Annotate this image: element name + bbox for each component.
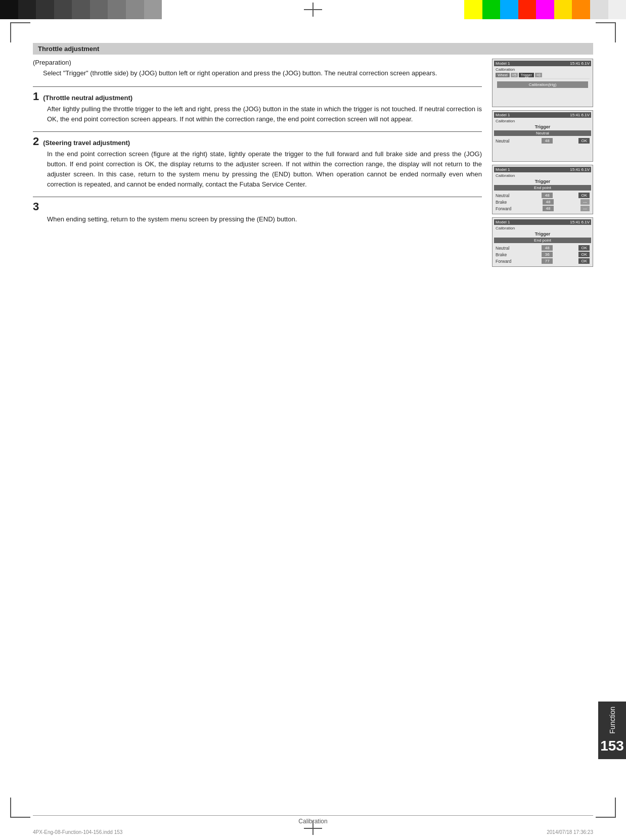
step-1-number: 1 (33, 91, 39, 102)
screen1-tab-trigger-val: +0 (535, 73, 542, 77)
device-screen-3: Model 1 15:41 6.1V Calibration Trigger E… (492, 165, 593, 214)
page-number: 153 (600, 738, 624, 754)
screen2-sub-title: Neutral (494, 130, 591, 136)
screen3-header: Model 1 15:41 6.1V (494, 167, 591, 172)
screen4-row-forward: Forward 77 OK (494, 258, 591, 264)
screen3-row-neutral: Neutral 48 OK (494, 193, 591, 198)
screen3-value-neutral: 48 (542, 193, 553, 198)
preparation-section: (Preparation) Select "Trigger" (throttle… (33, 59, 482, 78)
top-gray-strip-left (0, 0, 162, 19)
footer-left: 4PX-Eng-08-Function-104-156.indd 153 (33, 829, 122, 835)
screen2-spacer (494, 145, 591, 160)
corner-mark-tr (596, 22, 616, 42)
step-2: 2 (Steering travel adjustment) In the en… (33, 131, 482, 190)
screen4-label-forward: Forward (496, 259, 516, 264)
footer-right: 2014/07/18 17:36:23 (547, 829, 593, 835)
screen3-label-forward: Forward (496, 206, 516, 211)
prep-text: Select "Trigger" (throttle side) by (JOG… (43, 68, 482, 78)
screen3-row-brake: Brake 48 --- (494, 199, 591, 205)
screen3-row-forward: Forward 48 --- (494, 206, 591, 211)
screen2-row-neutral: Neutral 48 OK (494, 138, 591, 144)
screen1-time: 15:41 6.1V (570, 61, 590, 66)
step-3-text: When ending setting, return to the syste… (47, 214, 482, 224)
screen2-value-neutral: 48 (542, 138, 553, 144)
screen2-model: Model 1 (496, 113, 510, 117)
screen2-time: 15:41 6.1V (570, 113, 590, 117)
step-2-title: (Steering travel adjustment) (43, 139, 130, 147)
crosshair-bottom-horizontal (304, 828, 322, 829)
screen1-model: Model 1 (496, 61, 510, 66)
corner-mark-br (596, 798, 616, 818)
page-number-tab: Function 153 (598, 702, 626, 759)
screen4-value-neutral: 48 (542, 245, 553, 251)
device-screen-1: Model 1 15:41 6.1V Calibration Wheel +5 … (492, 59, 593, 107)
bottom-bar: Calibration (33, 815, 593, 825)
step-2-header: 2 (Steering travel adjustment) (33, 136, 482, 147)
corner-mark-tl (10, 22, 30, 42)
step-1-header: 1 (Throttle neutral adjustment) (33, 91, 482, 102)
calibration-label: Calibration (298, 818, 327, 825)
content-area: (Preparation) Select "Trigger" (throttle… (33, 59, 593, 267)
screen2-center-title: Trigger (494, 124, 591, 129)
screen3-label-neutral: Neutral (496, 193, 516, 198)
screen4-status-forward: OK (578, 258, 590, 264)
device-screen-4: Model 1 15:41 6.1V Calibration Trigger E… (492, 217, 593, 267)
screen4-center-title: Trigger (494, 231, 591, 237)
screen1-section: Calibration (494, 67, 591, 72)
step-2-number: 2 (33, 136, 39, 147)
corner-mark-bl (10, 798, 30, 818)
step-3-header: 3 (33, 201, 482, 212)
prep-label: (Preparation) (33, 59, 482, 66)
screen4-row-brake: Brake 36 OK (494, 252, 591, 257)
screen4-value-brake: 36 (542, 252, 553, 257)
screen1-divider (496, 78, 590, 79)
screen4-sub-title: End point (494, 238, 591, 243)
screen4-status-neutral: OK (578, 245, 590, 251)
screen2-section: Calibration (494, 119, 591, 123)
screen1-spacer (494, 90, 591, 105)
screen2-status-neutral: OK (578, 138, 590, 144)
screen3-status-neutral: OK (578, 193, 590, 198)
section-header: Throttle adjustment (33, 43, 593, 55)
screen3-status-brake: --- (580, 199, 590, 205)
screen4-section: Calibration (494, 226, 591, 230)
device-screen-2: Model 1 15:41 6.1V Calibration Trigger N… (492, 110, 593, 162)
screen3-value-forward: 48 (543, 206, 554, 211)
screen3-section: Calibration (494, 173, 591, 178)
step-1-title: (Throttle neutral adjustment) (43, 94, 132, 102)
screen3-status-forward: --- (580, 206, 590, 211)
screen4-time: 15:41 6.1V (570, 220, 590, 224)
crosshair-top-horizontal (304, 9, 322, 10)
screen1-tab-wheel: Wheel (496, 73, 510, 77)
screen4-value-forward: 77 (542, 258, 553, 264)
screen3-value-brake: 48 (543, 199, 554, 205)
screen2-label-neutral: Neutral (496, 138, 516, 144)
step-2-text: In the end point correction screen (figu… (47, 149, 482, 190)
top-color-strip-right (464, 0, 626, 19)
screen3-sub-title: End point (494, 185, 591, 191)
screenshots-area: Model 1 15:41 6.1V Calibration Wheel +5 … (492, 59, 593, 267)
screen1-tab-wheel-val: +5 (511, 73, 518, 77)
screen4-label-brake: Brake (496, 252, 516, 257)
screen1-calib-btn: Calibration(trig) (497, 81, 588, 88)
screen3-center-title: Trigger (494, 179, 591, 184)
screen4-status-brake: OK (578, 252, 590, 257)
screen4-label-neutral: Neutral (496, 246, 516, 251)
screen2-header: Model 1 15:41 6.1V (494, 112, 591, 118)
footer: 4PX-Eng-08-Function-104-156.indd 153 201… (33, 829, 593, 835)
screen4-model: Model 1 (496, 220, 510, 224)
step-3-number: 3 (33, 201, 39, 212)
screen4-header: Model 1 15:41 6.1V (494, 219, 591, 225)
text-area: (Preparation) Select "Trigger" (throttle… (33, 59, 482, 267)
screen3-time: 15:41 6.1V (570, 167, 590, 172)
screen1-tab-trigger: Trigger (519, 73, 534, 77)
screen3-label-brake: Brake (496, 200, 516, 205)
step-1: 1 (Throttle neutral adjustment) After li… (33, 86, 482, 124)
function-label: Function (608, 707, 616, 734)
main-content: Throttle adjustment (Preparation) Select… (33, 43, 593, 795)
screen4-row-neutral: Neutral 48 OK (494, 245, 591, 251)
screen1-header: Model 1 15:41 6.1V (494, 61, 591, 66)
screen3-model: Model 1 (496, 167, 510, 172)
step-3: 3 When ending setting, return to the sys… (33, 197, 482, 224)
step-1-text: After lightly pulling the throttle trigg… (47, 104, 482, 124)
